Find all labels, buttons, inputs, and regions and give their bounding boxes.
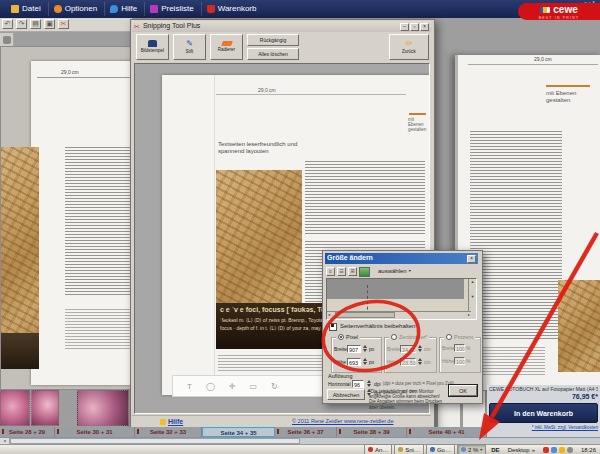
page-strip-cell[interactable]: Seite 30 + 31	[55, 427, 135, 437]
width-stepper[interactable]	[362, 344, 368, 353]
height-stepper	[417, 357, 423, 366]
scroll-thumb[interactable]	[335, 312, 395, 318]
dialog-title-bar[interactable]: Größe ändern ×	[325, 253, 478, 264]
horizontal-stepper[interactable]	[366, 379, 372, 388]
redo-icon[interactable]: ↷	[16, 19, 27, 29]
undo-button[interactable]: Rückgängig	[247, 34, 299, 46]
page-strip-cell-selected[interactable]: Seite 34 + 35	[202, 427, 275, 437]
photo-torn-pages[interactable]	[216, 170, 302, 315]
percent-radio[interactable]: Prozent	[444, 334, 475, 341]
help-bubble-icon	[110, 5, 118, 13]
cewe-logo: cewe BEST IN PRINT	[518, 3, 600, 20]
photo-dictionary-left[interactable]	[1, 333, 39, 369]
menu-warenkorb[interactable]: Warenkorb	[202, 2, 264, 16]
close-icon[interactable]: ×	[420, 23, 429, 31]
help-link[interactable]: Hilfe	[168, 418, 183, 426]
taskbar-window-button[interactable]: Sni…	[394, 444, 424, 454]
radio-icon[interactable]	[446, 334, 452, 340]
keep-ratio-row[interactable]: Seitenverhältnis beibehalten	[329, 323, 415, 331]
menu-datei[interactable]: Datei	[6, 2, 49, 16]
thumbnail-flower-1[interactable]	[0, 390, 30, 426]
language-indicator[interactable]: DE	[488, 445, 502, 454]
photo-torn-pages-left[interactable]	[1, 147, 39, 333]
maximize-icon[interactable]: ▫	[410, 23, 419, 31]
tray-icon-yellow[interactable]	[559, 447, 565, 453]
add-to-cart-button[interactable]: In den Warenkorb	[489, 403, 598, 423]
align-center-icon[interactable]: ☰	[337, 267, 346, 276]
vat-link[interactable]: * inkl. MwSt. zzgl. Versandkosten	[489, 425, 598, 430]
credit-link[interactable]: © 2011 René Zeidler www.rene-zeidler.de	[292, 418, 393, 425]
app-icon	[430, 447, 435, 452]
menu-label: Datei	[22, 4, 41, 14]
cancel-button[interactable]: Abbrechen	[327, 389, 365, 400]
menu-preisliste[interactable]: Preisliste	[145, 2, 201, 16]
copy-icon[interactable]: ▣	[44, 19, 55, 29]
desktop-toolbar[interactable]: Desktop »	[505, 445, 538, 454]
checkbox-icon[interactable]	[329, 323, 337, 331]
page-strip-cell[interactable]: Seite 32 + 33	[135, 427, 202, 437]
menu-label: Preisliste	[161, 4, 193, 14]
radio-icon[interactable]	[391, 334, 397, 340]
width-input[interactable]: 907	[347, 345, 361, 353]
radio-icon[interactable]	[338, 334, 344, 340]
photo-dictionary-right[interactable]	[558, 280, 600, 372]
thumbnail-flower-3[interactable]	[77, 390, 129, 426]
height-input[interactable]: 693	[347, 358, 361, 366]
crop-icon[interactable]: ✂	[58, 19, 69, 29]
select-dropdown[interactable]: auswählen▾	[378, 268, 411, 275]
ruler-label: 29,0 cm	[534, 56, 552, 62]
menu-optionen[interactable]: Optionen	[49, 2, 105, 16]
edit-marker	[137, 429, 139, 434]
eraser-button[interactable]: Radierer	[210, 34, 243, 60]
clock[interactable]: 18:26	[578, 445, 599, 454]
page-strip-cell[interactable]: Seite 38 + 39	[337, 427, 407, 437]
keep-ratio-label: Seitenverhältnis beibehalten	[340, 323, 415, 330]
select-dropdown-label: auswählen	[378, 268, 407, 275]
dialog-title: Größe ändern	[327, 254, 373, 262]
align-left-icon[interactable]: ≡	[326, 267, 335, 276]
taskbar-button-label: An…	[375, 447, 388, 453]
edit-marker	[409, 429, 411, 434]
height-stepper[interactable]	[362, 357, 368, 366]
minimize-icon[interactable]: –	[400, 23, 409, 31]
page-strip-cell[interactable]: Seite 36 + 37	[275, 427, 337, 437]
app-icon	[368, 447, 373, 452]
stamp-button[interactable]: Bildstempel	[136, 34, 169, 60]
screen: Datei Optionen Hilfe Preisliste Warenkor…	[0, 0, 600, 454]
image-icon[interactable]	[359, 267, 370, 277]
menu-hilfe[interactable]: Hilfe	[105, 2, 145, 16]
grid-icon[interactable]: ⊞	[348, 267, 357, 276]
help-link-row[interactable]: Hilfe	[160, 418, 183, 426]
tray-icon-gray[interactable]	[567, 447, 573, 453]
add-to-cart-label: In den Warenkorb	[514, 410, 573, 417]
magnifier-icon	[461, 447, 466, 452]
pen-button[interactable]: ✎ Stift	[173, 34, 206, 60]
tray-icon-red[interactable]	[543, 447, 549, 453]
snipping-title-bar[interactable]: ✂ Snipping Tool Plus – ▫ ×	[132, 21, 431, 32]
back-button[interactable]: ✏ Zurück	[389, 34, 429, 60]
clear-all-button[interactable]: Alles löschen	[247, 48, 299, 60]
taskbar-window-button[interactable]: Go…	[426, 444, 455, 454]
taskbar-window-button[interactable]: An…	[364, 444, 392, 454]
cm-radio[interactable]: Zentimeter*	[389, 334, 429, 341]
horizontal-input[interactable]: 96	[352, 380, 364, 388]
preview-image-top	[327, 279, 464, 299]
select-tool-icon[interactable]	[3, 36, 11, 44]
save-icon[interactable]: ▤	[30, 19, 41, 29]
page-strip-cell[interactable]: Seite 28 + 29	[0, 427, 55, 437]
preview-hscrollbar[interactable]: ◂▸	[327, 311, 471, 319]
stamp-icon	[148, 40, 157, 47]
close-icon[interactable]: ×	[467, 255, 476, 263]
tray-icon-blue[interactable]	[551, 447, 557, 453]
pen-label: Stift	[186, 49, 194, 54]
thumbnail-flower-2[interactable]	[31, 390, 59, 426]
pixel-radio[interactable]: Pixel	[336, 334, 360, 341]
snipping-title: Snipping Tool Plus	[143, 22, 200, 30]
page-strip-cell[interactable]: Seite 40 + 41	[407, 427, 487, 437]
strip-scrollbar[interactable]: ◂	[0, 437, 600, 444]
taskbar-zoom-item[interactable]: 2 % ▾	[457, 444, 486, 454]
width-label: Breite	[334, 346, 346, 352]
undo-icon[interactable]: ↶	[2, 19, 13, 29]
page-text-block	[470, 131, 562, 341]
ok-button[interactable]: OK	[449, 385, 477, 396]
